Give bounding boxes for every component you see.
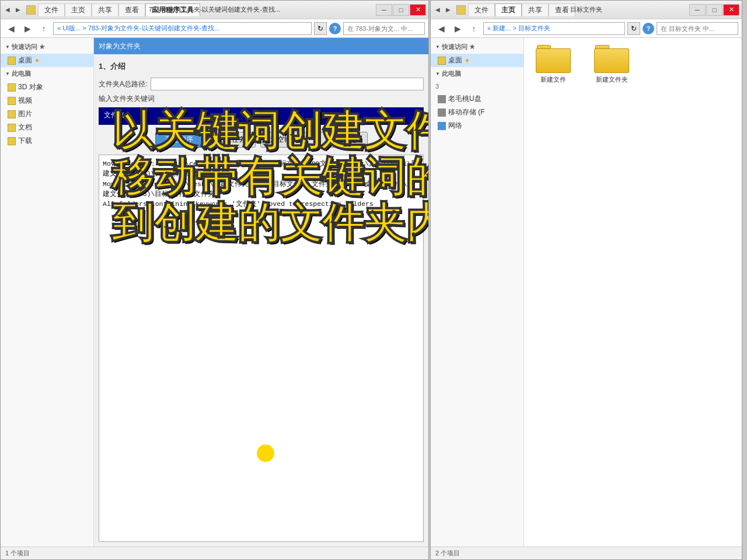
button-row: 开始程序 结束任务 清空输入框 清空日志 [99, 128, 424, 151]
left-sidebar: ▼ 快速访问 ★ 桌面 ★ ▼ 此电脑 3D 对象 视频 [1, 38, 94, 547]
right-fwd-icon: ▶ [444, 5, 453, 15]
right-tab-share[interactable]: 共享 [522, 4, 549, 16]
right-item-count: 2 个项目 [435, 549, 460, 558]
network-icon [438, 122, 446, 130]
right-window-controls: ─ □ ✕ [689, 4, 739, 16]
clear-input-button[interactable]: 清空输入框 [260, 132, 315, 148]
pc-triangle-icon: ▼ [5, 71, 10, 76]
folder-a-input[interactable] [151, 78, 424, 90]
right-pc-triangle: ▼ [435, 71, 440, 76]
downloads-folder-icon [8, 137, 16, 145]
right-back-button[interactable]: ◀ [434, 22, 448, 36]
right-main-area: ▼ 快速访问 ★ 桌面 ★ ▼ 此电脑 3 老毛桃U盘 移动存 [431, 38, 742, 547]
storage-icon [438, 108, 446, 117]
star-icon: ★ [39, 43, 45, 51]
sidebar-item-downloads[interactable]: 下载 [1, 134, 93, 148]
end-button[interactable]: 结束任务 [208, 132, 256, 148]
left-title-bar: ◀ ▶ 文件 主页 共享 查看 应用程序工具 783-对象为文件夹-以关键词创建… [1, 1, 428, 19]
start-button[interactable]: 开始程序 [155, 132, 203, 148]
up-button[interactable]: ↑ [37, 22, 51, 36]
3d-folder-icon [8, 83, 16, 92]
left-window-title: 783-对象为文件夹-以关键词创建文件夹-查找... [149, 5, 281, 14]
folder-big-icon-2 [594, 44, 629, 73]
right-tab-file[interactable]: 文件 [468, 4, 495, 16]
left-main-area: ▼ 快速访问 ★ 桌面 ★ ▼ 此电脑 3D 对象 视频 [1, 38, 428, 547]
right-star-icon: ★ [469, 43, 475, 51]
maximize-button[interactable]: □ [393, 4, 409, 16]
keyword-label: 输入文件夹关键词 [99, 94, 155, 104]
right-help-button[interactable]: ? [643, 23, 654, 34]
right-folder-icon-small [456, 5, 466, 15]
keyword-row: 输入文件夹关键词 [99, 94, 424, 104]
right-close-button[interactable]: ✕ [723, 4, 739, 16]
folder-item-2[interactable]: 新建文件夹 [588, 44, 635, 84]
right-window-title: 目标文件夹 [570, 5, 602, 14]
right-drive-section: 3 [431, 80, 523, 92]
clear-log-button[interactable]: 清空日志 [320, 132, 368, 148]
right-address-input[interactable] [483, 22, 625, 35]
left-search-input[interactable] [343, 22, 425, 35]
right-sidebar-network[interactable]: 网络 [431, 119, 523, 132]
help-button[interactable]: ? [329, 23, 341, 34]
right-maximize-button[interactable]: □ [706, 4, 722, 16]
up-icon: ▶ [13, 5, 23, 15]
app-body: 1、介绍 文件夹A总路径: 输入文件夹关键词 文件夹 开始程序 结束任务 清空输… [94, 54, 428, 547]
right-sidebar-usb[interactable]: 老毛桃U盘 [431, 92, 523, 106]
folder-label-2: 新建文件夹 [596, 75, 628, 84]
right-drive-3: 3 [435, 83, 439, 90]
keyword-box[interactable]: 文件夹 [99, 107, 424, 125]
folder-label-1: 新建文件 [540, 75, 566, 84]
right-this-pc-section: ▼ 此电脑 [431, 67, 523, 80]
right-window: ◀ ▶ 文件 主页 共享 查看 目标文件夹 ─ □ ✕ ◀ ▶ ↑ ↻ ? ▼ [430, 0, 742, 560]
right-up-button[interactable]: ↑ [467, 22, 481, 36]
tab-view[interactable]: 查看 [118, 4, 145, 16]
left-address-bar: ◀ ▶ ↑ ↻ ? [1, 19, 428, 38]
folder-body-2 [594, 48, 629, 73]
app-overlay: 对象为文件夹 1、介绍 文件夹A总路径: 输入文件夹关键词 文件夹 开始程序 结… [94, 38, 428, 547]
tab-home[interactable]: 主页 [65, 4, 92, 16]
videos-folder-icon [8, 97, 16, 105]
right-tab-home[interactable]: 主页 [495, 4, 522, 16]
close-button[interactable]: ✕ [410, 4, 426, 16]
sidebar-item-3d[interactable]: 3D 对象 [1, 80, 93, 94]
right-refresh-button[interactable]: ↻ [627, 22, 640, 35]
sidebar-item-pictures[interactable]: 图片 [1, 107, 93, 121]
right-sidebar-storage[interactable]: 移动存储 (F [431, 106, 523, 119]
quick-access-section: ▼ 快速访问 ★ [1, 40, 93, 54]
this-pc-section: ▼ 此电脑 [1, 67, 93, 80]
documents-folder-icon [8, 124, 16, 132]
desktop-star: ★ [34, 57, 40, 64]
folder-item-1[interactable]: 新建文件 [530, 44, 577, 84]
right-info-bar: 2 个项目 [431, 547, 742, 559]
log-area[interactable]: Moved folder: E:\桌面\ceshi\新建文件夹 (35)\目标文… [99, 155, 424, 542]
usb-icon [438, 95, 446, 103]
right-sidebar-desktop[interactable]: 桌面 ★ [431, 54, 523, 67]
tab-share[interactable]: 共享 [92, 4, 118, 16]
right-content-pane: 新建文件 新建文件夹 [524, 38, 742, 547]
left-window-icons: ◀ ▶ [3, 5, 23, 15]
minimize-button[interactable]: ─ [376, 4, 392, 16]
item-count: 1 个项目 [5, 549, 30, 558]
back-button[interactable]: ◀ [4, 22, 18, 36]
sidebar-item-documents[interactable]: 文档 [1, 121, 93, 134]
triangle-icon: ▼ [5, 44, 10, 50]
step1-label: 1、介绍 [99, 59, 424, 74]
right-minimize-button[interactable]: ─ [689, 4, 706, 16]
quick-access-icon: ◀ [3, 5, 12, 15]
tab-file[interactable]: 文件 [38, 4, 65, 16]
folder-body-1 [536, 48, 571, 73]
right-sidebar: ▼ 快速访问 ★ 桌面 ★ ▼ 此电脑 3 老毛桃U盘 移动存 [431, 38, 524, 547]
desktop-folder-icon [8, 57, 16, 65]
folder-icon-small [26, 5, 36, 15]
right-title-bar: ◀ ▶ 文件 主页 共享 查看 目标文件夹 ─ □ ✕ [431, 1, 742, 19]
right-forward-button[interactable]: ▶ [451, 22, 465, 36]
right-search-input[interactable] [657, 22, 738, 35]
sidebar-item-desktop[interactable]: 桌面 ★ [1, 54, 93, 67]
left-address-input[interactable] [53, 22, 312, 35]
left-info-bar: 1 个项目 [1, 547, 428, 559]
refresh-button[interactable]: ↻ [314, 22, 327, 35]
sidebar-item-videos[interactable]: 视频 [1, 94, 93, 107]
app-title-bar: 对象为文件夹 [94, 38, 428, 54]
forward-button[interactable]: ▶ [20, 22, 34, 36]
folder-a-row: 文件夹A总路径: [99, 78, 424, 90]
